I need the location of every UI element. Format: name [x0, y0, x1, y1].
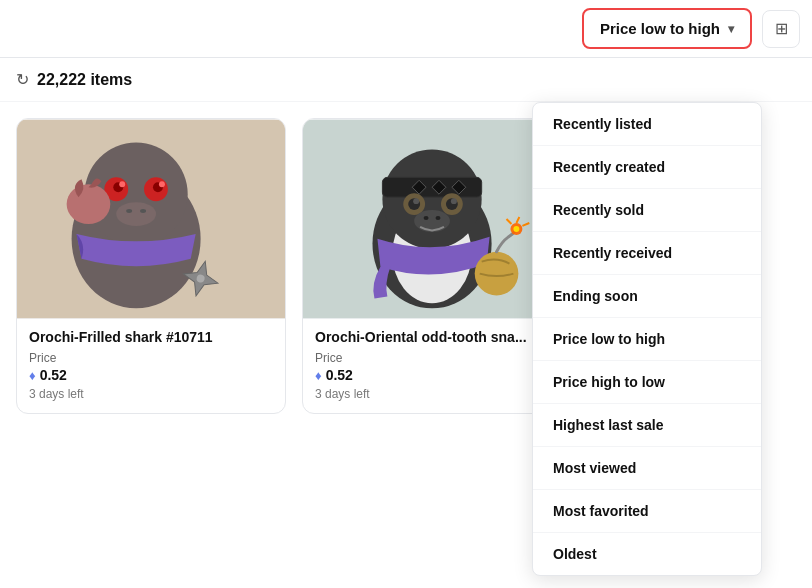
sort-dropdown: Recently listed Recently created Recentl… — [532, 102, 762, 576]
svg-point-34 — [513, 226, 519, 232]
sort-label: Price low to high — [600, 20, 720, 37]
sort-option-recently-listed[interactable]: Recently listed — [533, 103, 761, 146]
refresh-icon[interactable]: ↻ — [16, 70, 29, 89]
svg-point-12 — [67, 184, 111, 224]
svg-point-28 — [451, 198, 457, 204]
nft-price-value: 0.52 — [326, 367, 353, 383]
nft-image — [17, 119, 285, 319]
svg-point-11 — [140, 209, 146, 213]
nft-price-label: Price — [29, 351, 273, 365]
sort-option-ending-soon[interactable]: Ending soon — [533, 275, 761, 318]
sort-dropdown-button[interactable]: Price low to high ▾ — [582, 8, 752, 49]
nft-card[interactable]: Orochi-Frilled shark #10711 Price ♦ 0.52… — [16, 118, 286, 414]
chevron-down-icon: ▾ — [728, 22, 734, 36]
nft-name: Orochi-Frilled shark #10711 — [29, 329, 273, 345]
nft-name: Orochi-Oriental odd-tooth sna... — [315, 329, 559, 345]
svg-point-27 — [413, 198, 419, 204]
svg-point-8 — [159, 181, 165, 187]
sort-option-price-low-to-high[interactable]: Price low to high — [533, 318, 761, 361]
sort-option-recently-sold[interactable]: Recently sold — [533, 189, 761, 232]
svg-point-10 — [126, 209, 132, 213]
nft-price: ♦ 0.52 — [29, 367, 273, 383]
top-bar: Price low to high ▾ ⊞ — [0, 0, 812, 58]
sort-option-oldest[interactable]: Oldest — [533, 533, 761, 575]
sort-option-recently-created[interactable]: Recently created — [533, 146, 761, 189]
svg-point-9 — [116, 202, 156, 226]
nft-time-left: 3 days left — [315, 387, 559, 401]
eth-icon: ♦ — [29, 368, 36, 383]
grid-view-button[interactable]: ⊞ — [762, 10, 800, 48]
items-count: 22,222 items — [37, 71, 132, 89]
svg-point-7 — [119, 181, 125, 187]
svg-point-30 — [424, 216, 429, 220]
sort-option-most-favorited[interactable]: Most favorited — [533, 490, 761, 533]
svg-point-31 — [436, 216, 441, 220]
nft-info: Orochi-Frilled shark #10711 Price ♦ 0.52… — [17, 319, 285, 413]
sort-option-highest-last-sale[interactable]: Highest last sale — [533, 404, 761, 447]
nft-price: ♦ 0.52 — [315, 367, 559, 383]
nft-image — [303, 119, 571, 319]
nft-price-value: 0.52 — [40, 367, 67, 383]
sort-option-most-viewed[interactable]: Most viewed — [533, 447, 761, 490]
nft-info: Orochi-Oriental odd-tooth sna... Price ♦… — [303, 319, 571, 413]
nft-time-left: 3 days left — [29, 387, 273, 401]
sort-option-price-high-to-low[interactable]: Price high to low — [533, 361, 761, 404]
svg-point-29 — [414, 210, 450, 232]
grid-icon: ⊞ — [775, 19, 788, 38]
main-content: Orochi-Frilled shark #10711 Price ♦ 0.52… — [0, 102, 812, 430]
eth-icon: ♦ — [315, 368, 322, 383]
svg-point-18 — [382, 150, 481, 249]
items-bar: ↻ 22,222 items — [0, 58, 812, 102]
sort-option-recently-received[interactable]: Recently received — [533, 232, 761, 275]
nft-price-label: Price — [315, 351, 559, 365]
